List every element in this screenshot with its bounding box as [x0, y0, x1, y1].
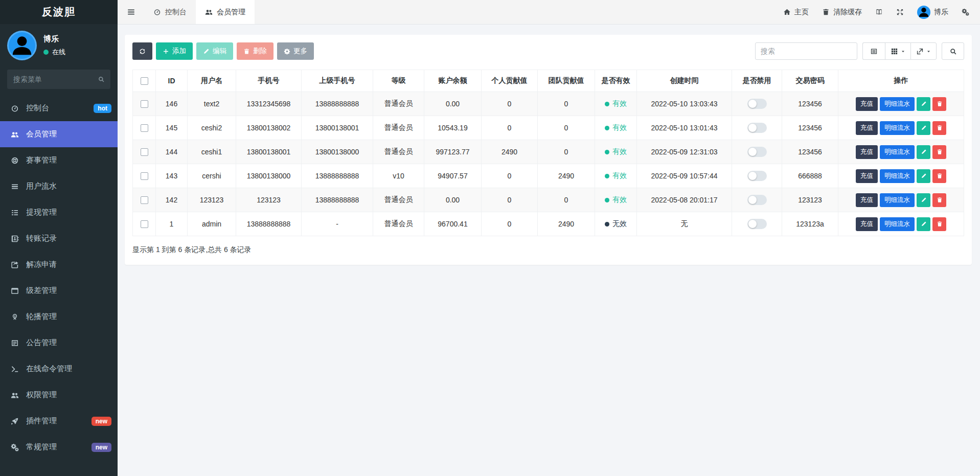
recharge-button[interactable]: 充值: [856, 145, 878, 159]
export-button[interactable]: [910, 42, 937, 60]
select-all-checkbox[interactable]: [141, 77, 148, 85]
cell-phone: 123123: [236, 188, 302, 212]
detail-flow-button[interactable]: 明细流水: [880, 193, 915, 207]
users-icon: [205, 8, 213, 16]
detail-view-button[interactable]: [862, 42, 885, 60]
cell-parent-phone: 13888888888: [302, 188, 373, 212]
delete-row-button[interactable]: [932, 121, 946, 135]
trash-icon: [822, 8, 830, 16]
detail-flow-button[interactable]: 明细流水: [880, 217, 915, 231]
delete-row-button[interactable]: [932, 193, 946, 207]
sidebar-item-members[interactable]: 会员管理: [0, 121, 118, 147]
row-checkbox[interactable]: [141, 196, 148, 204]
edit-button[interactable]: 编辑: [196, 42, 233, 60]
sidebar-item-announcement[interactable]: 公告管理: [0, 330, 118, 356]
caret-down-icon: [901, 49, 905, 54]
disable-toggle[interactable]: [747, 147, 767, 157]
sidebar-item-plugins[interactable]: 插件管理new: [0, 408, 118, 434]
cell-valid: 有效: [595, 116, 637, 140]
recharge-button[interactable]: 充值: [856, 217, 878, 231]
row-checkbox[interactable]: [141, 172, 148, 180]
cell-created: 2022-05-10 13:03:43: [637, 92, 732, 116]
search-button[interactable]: [942, 42, 964, 60]
disable-toggle[interactable]: [747, 171, 767, 181]
disable-toggle[interactable]: [747, 123, 767, 133]
edit-row-button[interactable]: [917, 193, 930, 207]
column-header: ID: [156, 70, 188, 92]
refresh-button[interactable]: [132, 42, 152, 60]
columns-button[interactable]: [885, 42, 910, 60]
topbar-settings[interactable]: [955, 0, 976, 24]
recharge-button[interactable]: 充值: [856, 169, 878, 183]
pencil-icon: [921, 149, 927, 155]
edit-row-button[interactable]: [917, 217, 930, 231]
sidebar-item-label: 提现管理: [26, 208, 57, 217]
menu-toggle-icon[interactable]: [118, 0, 144, 24]
topbar-fullscreen[interactable]: [890, 0, 910, 24]
sidebar-item-unfreeze[interactable]: 解冻申请: [0, 252, 118, 278]
trash-icon: [937, 125, 943, 131]
sidebar-item-general[interactable]: 常规管理new: [0, 434, 118, 460]
trash-icon: [243, 48, 250, 55]
button-label: 更多: [293, 47, 307, 56]
row-checkbox[interactable]: [141, 100, 148, 108]
sidebar-item-transfer[interactable]: 转账记录: [0, 225, 118, 252]
table-search-input[interactable]: [755, 42, 857, 60]
table-row: 145ceshi21380013800213800138001普通会员10543…: [133, 116, 964, 140]
sidebar-item-matches[interactable]: 赛事管理: [0, 147, 118, 173]
cell-username: ceshi2: [188, 116, 236, 140]
menu-search-input[interactable]: [7, 70, 110, 89]
columns-icon: [891, 48, 898, 55]
delete-button[interactable]: 删除: [237, 42, 274, 60]
delete-row-button[interactable]: [932, 169, 946, 183]
disable-toggle[interactable]: [747, 219, 767, 229]
recharge-button[interactable]: 充值: [856, 193, 878, 207]
sidebar-item-permissions[interactable]: 权限管理: [0, 382, 118, 408]
row-checkbox[interactable]: [141, 220, 148, 228]
sidebar-item-label: 赛事管理: [26, 155, 57, 165]
delete-row-button[interactable]: [932, 217, 946, 231]
detail-flow-button[interactable]: 明细流水: [880, 97, 915, 111]
cell-id: 145: [156, 116, 188, 140]
sidebar-item-dashboard[interactable]: 控制台hot: [0, 95, 118, 121]
sidebar-item-online-command[interactable]: 在线命令管理: [0, 356, 118, 382]
tab-dashboard[interactable]: 控制台: [144, 0, 196, 24]
topbar-profile[interactable]: 博乐: [910, 0, 955, 24]
sidebar-item-level-diff[interactable]: 级差管理: [0, 278, 118, 304]
sidebar-item-withdraw[interactable]: 提现管理: [0, 199, 118, 225]
edit-row-button[interactable]: [917, 169, 930, 183]
detail-flow-button[interactable]: 明细流水: [880, 121, 915, 135]
topbar-clear-cache[interactable]: 清除缓存: [815, 0, 869, 24]
topbar-tabs: 控制台会员管理: [144, 0, 255, 24]
edit-row-button[interactable]: [917, 97, 930, 111]
record-count: 显示第 1 到第 6 条记录,总共 6 条记录: [132, 245, 964, 255]
disable-toggle[interactable]: [747, 195, 767, 205]
cell-team-contribution: 0: [538, 140, 595, 164]
recharge-button[interactable]: 充值: [856, 121, 878, 135]
detail-flow-button[interactable]: 明细流水: [880, 169, 915, 183]
user-status-label: 在线: [52, 48, 65, 57]
tab-members[interactable]: 会员管理: [196, 0, 255, 24]
more-button[interactable]: 更多: [277, 42, 314, 60]
delete-row-button[interactable]: [932, 145, 946, 159]
sidebar-item-carousel[interactable]: 轮播管理: [0, 304, 118, 330]
edit-row-button[interactable]: [917, 145, 930, 159]
edit-row-button[interactable]: [917, 121, 930, 135]
disable-toggle[interactable]: [747, 99, 767, 109]
row-checkbox[interactable]: [141, 124, 148, 132]
sidebar-item-user-flow[interactable]: 用户流水: [0, 173, 118, 199]
cell-personal-contribution: 0: [482, 164, 538, 188]
delete-row-button[interactable]: [932, 97, 946, 111]
recharge-button[interactable]: 充值: [856, 97, 878, 111]
cell-balance: 10543.19: [424, 116, 482, 140]
topbar-docs[interactable]: [869, 0, 890, 24]
cell-phone: 13312345698: [236, 92, 302, 116]
topbar-home[interactable]: 主页: [777, 0, 815, 24]
add-button[interactable]: 添加: [156, 42, 193, 60]
row-checkbox[interactable]: [141, 148, 148, 156]
share-icon: [10, 261, 19, 269]
magnifier-icon: [949, 48, 957, 55]
detail-flow-button[interactable]: 明细流水: [880, 145, 915, 159]
cell-valid: 无效: [595, 212, 637, 236]
column-header: 用户名: [188, 70, 236, 92]
